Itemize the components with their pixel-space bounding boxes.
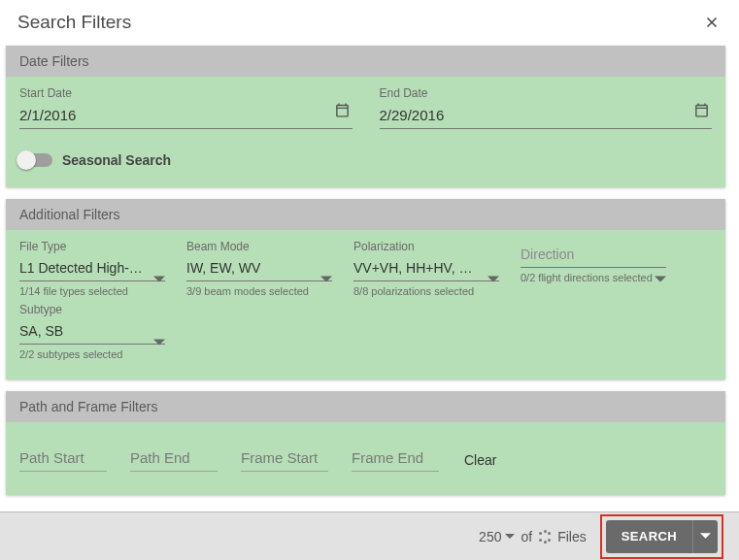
subtype-label: Subtype [19,303,165,316]
path-frame-body: Clear [6,422,725,495]
beam-mode-label: Beam Mode [186,240,332,253]
search-filters-dialog: Search Filters Date Filters Start Date [0,0,739,560]
polarization-field: Polarization 8/8 polarizations selected [353,240,499,297]
direction-helper: 0/2 flight directions selected [521,272,666,283]
subtype-field: Subtype 2/2 subtypes selected [19,303,165,360]
chevron-down-icon [505,529,515,544]
direction-field: 0/2 flight directions selected [521,240,666,297]
polarization-label: Polarization [353,240,499,253]
search-button-highlight: SEARCH [600,514,723,559]
frame-end-input[interactable] [352,445,439,472]
dialog-footer: 250 of Files SEARCH [0,511,739,560]
path-start-input[interactable] [19,445,107,472]
start-date-field: Start Date [19,86,353,129]
date-filters-heading: Date Filters [6,46,725,77]
chevron-down-icon [320,272,332,289]
end-date-label: End Date [380,86,713,100]
close-icon [703,14,721,31]
beam-mode-helper: 3/9 beam modes selected [186,285,332,297]
search-button[interactable]: SEARCH [606,520,692,553]
seasonal-search-toggle[interactable] [19,153,52,167]
close-button[interactable] [702,13,722,32]
subtype-select[interactable] [19,319,165,345]
file-type-select[interactable] [19,256,165,281]
max-results-selector[interactable]: 250 [479,529,515,544]
seasonal-search-label: Seasonal Search [62,152,171,168]
files-summary: 250 of Files [479,529,587,544]
date-filters-body: Start Date End Date [6,77,725,187]
path-frame-heading: Path and Frame Filters [6,391,725,422]
file-type-field: File Type 1/14 file types selected [19,240,165,297]
dialog-body: Date Filters Start Date End Date [0,43,739,495]
date-filters-panel: Date Filters Start Date End Date [6,46,725,187]
subtype-helper: 2/2 subtypes selected [19,348,165,360]
chevron-down-icon [153,272,165,289]
additional-filters-panel: Additional Filters File Type 1/14 file t… [6,199,725,379]
start-date-label: Start Date [19,86,353,100]
clear-button[interactable]: Clear [462,448,498,472]
frame-start-input[interactable] [241,445,328,472]
file-type-label: File Type [19,240,165,253]
additional-filters-heading: Additional Filters [6,199,725,230]
dialog-header: Search Filters [0,0,739,43]
calendar-icon[interactable] [693,102,710,122]
max-results-value: 250 [479,529,501,544]
path-end-input[interactable] [130,445,218,472]
of-label: of [521,529,532,544]
chevron-down-icon [487,272,499,289]
calendar-icon[interactable] [334,102,351,122]
search-options-button[interactable] [692,520,718,553]
chevron-down-icon [700,531,711,542]
end-date-input[interactable] [380,103,713,129]
path-frame-panel: Path and Frame Filters Clear [6,391,725,495]
beam-mode-field: Beam Mode 3/9 beam modes selected [186,240,332,297]
dialog-title: Search Filters [17,12,702,33]
polarization-helper: 8/8 polarizations selected [353,285,499,297]
beam-mode-select[interactable] [186,256,332,281]
chevron-down-icon [655,272,666,289]
search-button-group: SEARCH [606,520,718,553]
direction-select[interactable] [521,243,666,268]
files-label: Files [557,529,587,544]
start-date-input[interactable] [19,103,353,129]
file-type-helper: 1/14 file types selected [19,285,165,297]
additional-filters-body: File Type 1/14 file types selected Beam … [6,230,725,379]
chevron-down-icon [153,335,165,352]
end-date-field: End Date [380,86,713,129]
loading-spinner-icon [538,530,552,544]
polarization-select[interactable] [353,256,499,281]
